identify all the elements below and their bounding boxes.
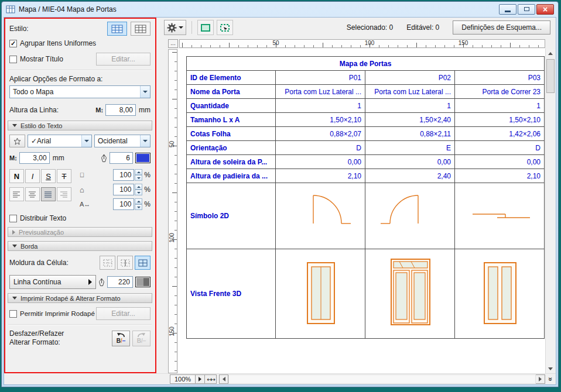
- scroll-left-arrow[interactable]: [219, 374, 228, 384]
- align-right-button[interactable]: [57, 187, 71, 201]
- line-spacing-stepper[interactable]: [135, 169, 142, 181]
- cell[interactable]: 0,00: [455, 155, 545, 169]
- maximize-button[interactable]: [518, 4, 535, 15]
- width-factor-stepper[interactable]: [135, 184, 142, 195]
- cell[interactable]: 1,50×2,10: [455, 113, 545, 127]
- aplicar-select[interactable]: Todo o Mapa: [9, 85, 150, 98]
- fit-width-button[interactable]: [205, 374, 217, 384]
- scroll-right-arrow[interactable]: [536, 374, 545, 384]
- style-list-button[interactable]: [131, 22, 150, 36]
- text-pen-color-swatch[interactable]: [135, 153, 150, 163]
- cell[interactable]: Porta de Correr 23: [455, 85, 545, 99]
- zoom-level[interactable]: 100%: [170, 374, 196, 384]
- permitir-rodape-checkbox[interactable]: [9, 310, 17, 318]
- cell[interactable]: 1,50×2,40: [365, 113, 455, 127]
- row-label[interactable]: Vista Frente 3D: [187, 249, 276, 339]
- mostrar-titulo-checkbox[interactable]: [9, 56, 17, 63]
- settings-gear-button[interactable]: [164, 20, 186, 35]
- cell[interactable]: P01: [276, 71, 365, 85]
- border-all-button[interactable]: [135, 256, 150, 270]
- cell[interactable]: 1: [455, 99, 545, 113]
- ruler-options-button[interactable]: ...: [168, 39, 178, 48]
- border-pen-input[interactable]: 220: [107, 276, 133, 288]
- border-vertical-button[interactable]: [117, 256, 133, 270]
- close-button[interactable]: [536, 4, 554, 15]
- undo-format-button[interactable]: B/–: [112, 331, 130, 346]
- cell-symbol-p01[interactable]: [276, 183, 365, 249]
- cell[interactable]: 1,42×2,06: [455, 127, 545, 141]
- align-left-button[interactable]: [9, 187, 24, 201]
- cell-symbol-p02[interactable]: [365, 183, 455, 249]
- line-spacing-input[interactable]: 100: [113, 169, 134, 181]
- row-label[interactable]: Cotas Folha: [187, 127, 276, 141]
- row-label[interactable]: ID de Elemento: [187, 71, 276, 85]
- letter-spacing-stepper[interactable]: [135, 198, 142, 210]
- row-label[interactable]: Quantidade: [187, 99, 276, 113]
- schedule-canvas[interactable]: Mapa de Portas ID de Elemento P01 P02 P0…: [178, 49, 545, 373]
- letter-spacing-input[interactable]: 100: [113, 198, 134, 210]
- width-factor-input[interactable]: 100: [113, 184, 134, 195]
- cell[interactable]: Porta com Luz Lateral ...: [365, 85, 455, 99]
- horizontal-scrollbar[interactable]: [228, 374, 536, 384]
- row-label[interactable]: Nome da Porta: [187, 85, 276, 99]
- vertical-scroll-thumb[interactable]: [546, 59, 555, 93]
- cell[interactable]: Porta com Luz Lateral ...: [276, 85, 365, 99]
- cell-vista-p03[interactable]: [455, 249, 545, 339]
- pane-expand-button[interactable]: [545, 374, 556, 384]
- horizontal-ruler[interactable]: 50 100 150: [179, 39, 545, 48]
- titlebar[interactable]: Mapa / MIE-04 Mapa de Portas: [2, 2, 558, 16]
- align-justify-button[interactable]: [41, 187, 56, 201]
- cell[interactable]: 1,50×2,10: [276, 113, 365, 127]
- style-grid-button[interactable]: [107, 22, 127, 36]
- row-label[interactable]: Símbolo 2D: [187, 183, 276, 249]
- agrupar-checkbox[interactable]: [9, 40, 17, 47]
- marquee-edit-button[interactable]: [217, 20, 233, 35]
- cell-vista-p01[interactable]: [276, 249, 365, 339]
- section-rodape[interactable]: Imprimir Rodapé & Alterar Formato: [8, 293, 152, 303]
- row-label[interactable]: Altura de soleira da P...: [187, 155, 276, 169]
- zoom-menu-button[interactable]: [196, 374, 205, 384]
- distribuir-checkbox[interactable]: [9, 215, 17, 222]
- cell-vista-p02[interactable]: [365, 249, 455, 339]
- cell[interactable]: E: [365, 141, 455, 155]
- cell[interactable]: 1: [365, 99, 455, 113]
- section-previsualizacao[interactable]: Previsualização: [8, 227, 152, 237]
- cell[interactable]: 0,00: [365, 155, 455, 169]
- cell[interactable]: 2,10: [276, 169, 365, 183]
- script-select[interactable]: Ocidental: [94, 135, 150, 147]
- row-label[interactable]: Tamanho L x A: [187, 113, 276, 127]
- table-title[interactable]: Mapa de Portas: [187, 57, 545, 71]
- marquee-select-button[interactable]: [197, 20, 214, 35]
- cell-symbol-p03[interactable]: [455, 183, 545, 249]
- row-label[interactable]: Orientação: [187, 141, 276, 155]
- minimize-button[interactable]: [499, 4, 516, 15]
- cell[interactable]: D: [276, 141, 365, 155]
- border-none-button[interactable]: [100, 256, 115, 270]
- editar-titulo-button[interactable]: Editar...: [96, 53, 150, 66]
- strikethrough-button[interactable]: T: [57, 169, 71, 183]
- section-borda[interactable]: Borda: [8, 241, 152, 251]
- cell[interactable]: 0,88×2,07: [276, 127, 365, 141]
- cell[interactable]: P03: [455, 71, 545, 85]
- line-type-popup[interactable]: Linha Contínua: [9, 275, 96, 289]
- bold-button[interactable]: N: [9, 169, 24, 183]
- font-select[interactable]: ✓Arial: [28, 135, 92, 147]
- border-pen-color-swatch[interactable]: [135, 277, 150, 287]
- schema-settings-button[interactable]: Definições de Esquema...: [453, 20, 550, 35]
- cell[interactable]: 2,10: [455, 169, 545, 183]
- align-center-button[interactable]: [25, 187, 40, 201]
- pen-number-input[interactable]: 6: [110, 152, 133, 164]
- italic-button[interactable]: I: [25, 169, 40, 183]
- cell[interactable]: 0,00: [276, 155, 365, 169]
- cell[interactable]: 0,88×2,11: [365, 127, 455, 141]
- vertical-ruler[interactable]: 50 100 150: [168, 49, 177, 373]
- cell[interactable]: 1: [276, 99, 365, 113]
- scroll-down-arrow[interactable]: [546, 364, 555, 373]
- altura-linha-input[interactable]: 8,00: [105, 104, 136, 116]
- cell[interactable]: 2,40: [365, 169, 455, 183]
- text-size-input[interactable]: 3,00: [19, 152, 50, 164]
- underline-button[interactable]: S: [41, 169, 56, 183]
- section-estilo-texto[interactable]: Estilo do Texto: [8, 121, 152, 130]
- cell[interactable]: D: [455, 141, 545, 155]
- cell[interactable]: P02: [365, 71, 455, 85]
